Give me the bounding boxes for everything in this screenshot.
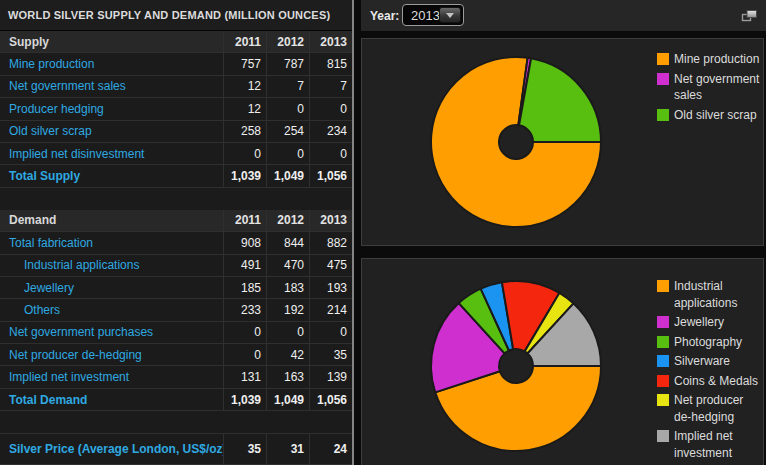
- row-label[interactable]: Implied net investment: [0, 366, 223, 387]
- cell-2013: 139: [309, 366, 352, 387]
- cell-2011: 2011: [223, 210, 266, 231]
- legend-item-photography[interactable]: Photography: [657, 334, 762, 351]
- cell-2012: 0: [266, 143, 309, 164]
- cell-2011: 2011: [223, 31, 266, 52]
- legend-item-coins-medals[interactable]: Coins & Medals: [657, 373, 762, 390]
- cell-2013: 0: [309, 98, 352, 119]
- row-label[interactable]: Total fabrication: [0, 232, 223, 253]
- row-label[interactable]: Net government purchases: [0, 322, 223, 343]
- supply-demand-table: Supply201120122013Mine production7577878…: [0, 31, 352, 465]
- table-row-net-government-purchases: Net government purchases000: [0, 322, 352, 344]
- table-section-gap: [0, 411, 352, 433]
- legend-item-jewellery[interactable]: Jewellery: [657, 314, 762, 331]
- cell-2013: 815: [309, 53, 352, 74]
- legend-item-mine-production[interactable]: Mine production: [657, 51, 762, 68]
- legend-item-implied-net-investment[interactable]: Implied net investment: [657, 428, 762, 461]
- supply-legend: Mine productionNet government salesOld s…: [657, 51, 762, 126]
- cell-2012: 787: [266, 53, 309, 74]
- legend-label: Implied net investment: [674, 428, 762, 461]
- row-label[interactable]: Implied net disinvestment: [0, 143, 223, 164]
- legend-label: Old silver scrap: [674, 107, 762, 124]
- cell-2011: 1,039: [223, 165, 266, 186]
- table-row-header-supply: Supply201120122013: [0, 31, 352, 53]
- supply-chart-box: Mine productionNet government salesOld s…: [361, 38, 764, 246]
- legend-item-silverware[interactable]: Silverware: [657, 353, 762, 370]
- cell-2013: 2013: [309, 210, 352, 231]
- cell-2013: 0: [309, 322, 352, 343]
- pie-slice-old-silver-scrap[interactable]: [519, 58, 601, 142]
- cell-2012: 254: [266, 121, 309, 142]
- legend-swatch: [657, 430, 669, 442]
- legend-label: Industrial applications: [674, 278, 762, 311]
- dropdown-arrow-button[interactable]: [439, 7, 461, 23]
- legend-label: Jewellery: [674, 314, 762, 331]
- legend-label: Coins & Medals: [674, 373, 762, 390]
- chevron-down-icon: [446, 13, 454, 18]
- row-label[interactable]: Total Supply: [0, 165, 223, 186]
- cell-2012: 42: [266, 344, 309, 365]
- cell-2011: 1,039: [223, 389, 266, 410]
- cell-2011: 12: [223, 98, 266, 119]
- row-label[interactable]: Silver Price (Average London, US$/oz): [0, 434, 223, 464]
- row-label[interactable]: Jewellery: [0, 277, 223, 298]
- legend-label: Net government sales: [674, 71, 762, 104]
- cell-2011: 491: [223, 255, 266, 276]
- cell-2012: 183: [266, 277, 309, 298]
- export-icon[interactable]: [741, 9, 758, 23]
- cell-2013: 214: [309, 299, 352, 320]
- cell-2013: 2013: [309, 31, 352, 52]
- row-label[interactable]: Mine production: [0, 53, 223, 74]
- row-label[interactable]: Others: [0, 299, 223, 320]
- cell-2013: 234: [309, 121, 352, 142]
- cell-2011: 0: [223, 322, 266, 343]
- cell-2012: 31: [266, 434, 309, 464]
- cell-2012: 7: [266, 76, 309, 97]
- cell-2011: 185: [223, 277, 266, 298]
- row-label[interactable]: Old silver scrap: [0, 121, 223, 142]
- legend-label: Silverware: [674, 353, 762, 370]
- row-label[interactable]: Net producer de-hedging: [0, 344, 223, 365]
- cell-2013: 1,056: [309, 165, 352, 186]
- table-row-silver-price-average-london-us-oz: Silver Price (Average London, US$/oz)353…: [0, 433, 352, 465]
- table-row-old-silver-scrap: Old silver scrap258254234: [0, 121, 352, 143]
- legend-swatch: [657, 53, 669, 65]
- cell-2013: 7: [309, 76, 352, 97]
- charts-panel: Year: 2013: [361, 0, 766, 465]
- table-row-mine-production: Mine production757787815: [0, 53, 352, 75]
- cell-2013: 35: [309, 344, 352, 365]
- legend-swatch: [657, 355, 669, 367]
- legend-swatch: [657, 280, 669, 292]
- row-label: Supply: [0, 31, 223, 52]
- table-row-total-demand: Total Demand1,0391,0491,056: [0, 389, 352, 411]
- row-label[interactable]: Industrial applications: [0, 255, 223, 276]
- cell-2011: 0: [223, 143, 266, 164]
- cell-2012: 844: [266, 232, 309, 253]
- cell-2011: 0: [223, 344, 266, 365]
- table-section-gap: [0, 188, 352, 210]
- row-label[interactable]: Producer hedging: [0, 98, 223, 119]
- cell-2012: 0: [266, 322, 309, 343]
- cell-2011: 233: [223, 299, 266, 320]
- table-row-others: Others233192214: [0, 299, 352, 321]
- cell-2013: 1,056: [309, 389, 352, 410]
- legend-swatch: [657, 73, 669, 85]
- legend-swatch: [657, 336, 669, 348]
- legend-swatch: [657, 394, 669, 406]
- legend-item-net-government-sales[interactable]: Net government sales: [657, 71, 762, 104]
- year-dropdown[interactable]: 2013: [402, 4, 464, 26]
- table-row-implied-net-investment: Implied net investment131163139: [0, 366, 352, 388]
- legend-swatch: [657, 375, 669, 387]
- year-dropdown-value: 2013: [411, 8, 440, 23]
- panel-title: WORLD SILVER SUPPLY AND DEMAND (MILLION …: [0, 0, 352, 31]
- row-label[interactable]: Total Demand: [0, 389, 223, 410]
- legend-item-industrial-applications[interactable]: Industrial applications: [657, 278, 762, 311]
- row-label[interactable]: Net government sales: [0, 76, 223, 97]
- cell-2012: 1,049: [266, 165, 309, 186]
- cell-2013: 475: [309, 255, 352, 276]
- year-label: Year:: [370, 9, 399, 23]
- legend-item-old-silver-scrap[interactable]: Old silver scrap: [657, 107, 762, 124]
- legend-item-net-producer-de-hedging[interactable]: Net producer de-hedging: [657, 392, 762, 425]
- cell-2012: 1,049: [266, 389, 309, 410]
- table-row-net-producer-de-hedging: Net producer de-hedging04235: [0, 344, 352, 366]
- cell-2013: 0: [309, 143, 352, 164]
